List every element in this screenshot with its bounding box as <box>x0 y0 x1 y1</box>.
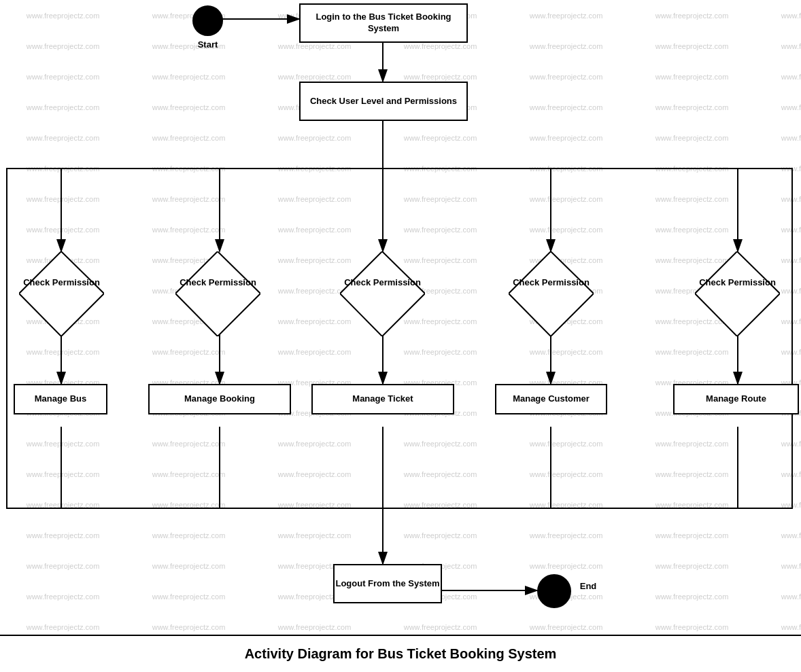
check-level-box: Check User Level and Permissions <box>299 82 468 121</box>
start-label: Start <box>192 39 223 51</box>
end-circle <box>537 574 571 608</box>
manage-bus-box: Manage Bus <box>14 384 107 414</box>
manage-ticket-box: Manage Ticket <box>311 384 454 414</box>
manage-booking-box: Manage Booking <box>148 384 291 414</box>
end-label: End <box>575 581 602 593</box>
start-circle <box>192 5 223 36</box>
diagram-title: Activity Diagram for Bus Ticket Booking … <box>245 646 557 662</box>
bottom-title-bar: Activity Diagram for Bus Ticket Booking … <box>0 635 801 672</box>
manage-route-box: Manage Route <box>673 384 799 414</box>
check-perm-diamond-2: Check Permission <box>175 251 260 336</box>
svg-marker-28 <box>695 251 780 336</box>
login-box: Login to the Bus Ticket Booking System <box>299 3 468 43</box>
svg-marker-24 <box>19 251 104 336</box>
svg-marker-25 <box>175 251 260 336</box>
manage-customer-box: Manage Customer <box>495 384 607 414</box>
svg-marker-27 <box>509 251 594 336</box>
svg-rect-22 <box>7 169 792 508</box>
diagram-container: Start Login to the Bus Ticket Booking Sy… <box>0 0 801 672</box>
check-perm-diamond-4: Check Permission <box>509 251 594 336</box>
check-perm-diamond-1: Check Permission <box>19 251 104 336</box>
check-perm-diamond-3: Check Permission <box>340 251 425 336</box>
svg-marker-26 <box>340 251 425 336</box>
check-perm-diamond-5: Check Permission <box>695 251 780 336</box>
logout-box: Logout From the System <box>333 564 442 603</box>
